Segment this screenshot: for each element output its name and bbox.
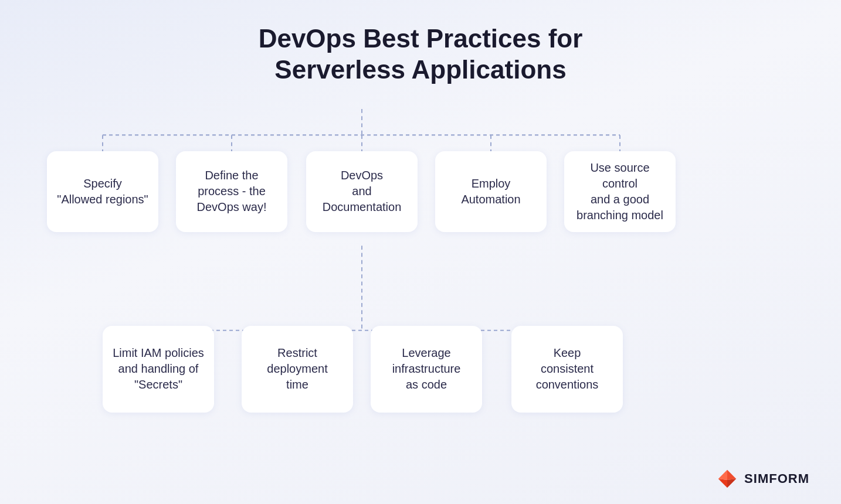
node-consistent-conventions: Keep consistent conventions [511,326,623,413]
node-leverage-infrastructure: Leverage infrastructure as code [371,326,482,413]
logo-text: SIMFORM [744,471,809,486]
simform-logo: SIMFORM [716,468,809,490]
node-devops-documentation: DevOps and Documentation [306,151,418,232]
svg-marker-15 [718,479,727,488]
svg-marker-14 [727,470,736,480]
node-source-control: Use source control and a good branching … [564,151,676,232]
svg-marker-17 [727,479,736,488]
svg-marker-16 [718,470,727,480]
node-iam-policies: Limit IAM policies and handling of "Secr… [103,326,214,413]
simform-logo-icon [716,468,738,490]
page-wrapper: DevOps Best Practices for Serverless App… [0,0,841,504]
node-employ-automation: Employ Automation [435,151,547,232]
node-define-process: Define the process - the DevOps way! [176,151,287,232]
diagram: Specify "Allowed regions" Define the pro… [35,109,806,486]
node-restrict-deployment: Restrict deployment time [242,326,353,413]
node-specify-regions: Specify "Allowed regions" [47,151,158,232]
page-title: DevOps Best Practices for Serverless App… [259,23,583,86]
